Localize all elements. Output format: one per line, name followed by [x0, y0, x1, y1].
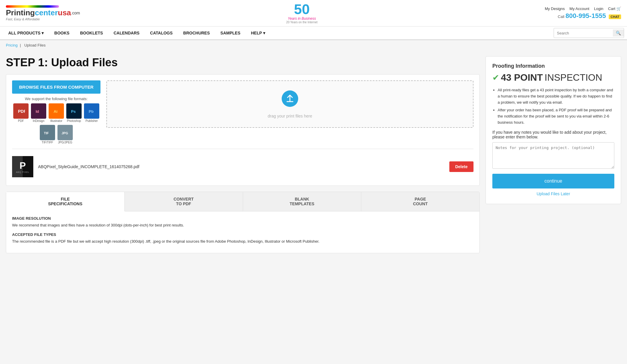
tab-content: IMAGE RESOLUTION We recommend that image…	[6, 211, 479, 253]
nav-booklets[interactable]: BOOKLETS	[75, 27, 108, 39]
center-badge: 50 Years in Business 20 Years on the Int…	[286, 2, 317, 24]
svg-text:Pb: Pb	[89, 109, 94, 114]
tab-file-specifications[interactable]: FILESPECIFICATIONS	[6, 192, 125, 211]
side-column: Proofing Information ✔ 43 POINT INSPECTI…	[486, 56, 621, 204]
logo-com: .com	[71, 11, 80, 15]
logo-center: center	[35, 8, 58, 17]
notes-intro: If you have any notes you would like to …	[492, 130, 614, 139]
nav-all-products[interactable]: ALL PRODUCTS ▾	[3, 27, 49, 39]
tab-convert-to-pdf[interactable]: CONVERTTO PDF	[125, 192, 243, 211]
breadcrumb-pricing[interactable]: Pricing	[6, 43, 18, 47]
svg-text:Ps: Ps	[71, 109, 76, 114]
breadcrumb: Pricing | Upload Files	[0, 40, 627, 50]
file-icons: PDF PDF Id InDesign Ai	[12, 103, 100, 144]
bullet-list: All print-ready files get a 43 point ins…	[492, 87, 614, 126]
page-title: STEP 1: Upload Files	[6, 56, 480, 69]
section1-text: We recommend that images and files have …	[12, 222, 473, 228]
nav-samples[interactable]: SAMPLES	[215, 27, 246, 39]
tab-page-count[interactable]: PAGECOUNT	[361, 192, 479, 211]
my-designs-link[interactable]: My Designs	[545, 6, 565, 11]
inspection-number: 43 POINT	[501, 72, 543, 83]
browse-files-button[interactable]: BROWSE FILES FROM COMPUTER	[12, 80, 100, 94]
nav-catalogs[interactable]: CATALOGS	[145, 27, 178, 39]
search-input[interactable]	[554, 30, 613, 37]
cart-link[interactable]: Cart 🛒	[608, 6, 621, 11]
logo: Printing center usa .com Fast, Easy & Af…	[6, 4, 59, 22]
breadcrumb-separator: |	[20, 43, 21, 47]
search-bar: 🔍	[554, 28, 624, 38]
check-icon: ✔	[492, 73, 499, 82]
proofing-panel: Proofing Information ✔ 43 POINT INSPECTI…	[486, 56, 621, 204]
icon-publisher: Pb Publisher	[84, 103, 99, 123]
upload-divider	[12, 149, 473, 149]
upload-top: BROWSE FILES FROM COMPUTER We support th…	[12, 80, 473, 144]
upload-icon	[281, 90, 299, 111]
section2-text: The recommended file is a PDF file but w…	[12, 239, 473, 244]
drop-zone[interactable]: drag your print files here	[106, 80, 473, 128]
icon-indesign: Id InDesign	[31, 103, 46, 123]
chat-badge[interactable]: CHAT	[609, 14, 621, 19]
logo-rainbow	[6, 5, 59, 8]
nav-help[interactable]: HELP ▾	[246, 27, 270, 39]
top-right: My Designs My Account Login Cart 🛒 Call …	[545, 6, 621, 20]
notes-textarea[interactable]	[492, 142, 614, 169]
badge-50: 50	[286, 2, 317, 16]
file-name: ABQPixel_StyleGuide_INCOMPLETE_161407526…	[38, 164, 445, 169]
top-bar: Printing center usa .com Fast, Easy & Af…	[0, 0, 627, 27]
bullet-item: After your order has been placed, a PDF …	[498, 107, 614, 125]
svg-text:TIF: TIF	[44, 131, 49, 135]
tab-blank-templates[interactable]: BLANKTEMPLATES	[243, 192, 362, 211]
page-content: STEP 1: Upload Files BROWSE FILES FROM C…	[0, 50, 627, 259]
nav-books[interactable]: BOOKS	[49, 27, 75, 39]
search-button[interactable]: 🔍	[613, 29, 624, 37]
file-row: P ABQ PIXEL ABQPixel_StyleGuide_INCOMPLE…	[12, 154, 473, 180]
upload-left: BROWSE FILES FROM COMPUTER We support th…	[12, 80, 100, 144]
badge-years: Years in Business	[286, 16, 317, 21]
tabs-section: FILESPECIFICATIONS CONVERTTO PDF BLANKTE…	[6, 192, 480, 253]
delete-button[interactable]: Delete	[449, 161, 473, 172]
icon-jpeg: JPG JPG/JPEG	[57, 125, 73, 144]
icon-photoshop: Ps Photoshop	[66, 103, 82, 123]
my-account-link[interactable]: My Account	[570, 6, 589, 11]
badge-internet: 20 Years on the Internet	[286, 21, 317, 24]
icon-tiff: TIF TIF/TIFF	[40, 125, 55, 144]
top-links: My Designs My Account Login Cart 🛒	[545, 6, 621, 11]
section1-title: IMAGE RESOLUTION	[12, 216, 473, 221]
section2-title: ACCEPTED FILE TYPES	[12, 232, 473, 237]
icon-pdf: PDF PDF	[13, 103, 29, 123]
svg-text:Id: Id	[36, 109, 39, 114]
supported-label: We support the following file formats:	[12, 97, 100, 101]
upload-later-link[interactable]: Upload Files Later	[492, 191, 614, 196]
phone-label: Call	[558, 14, 564, 19]
logo-area: Printing center usa .com Fast, Easy & Af…	[6, 4, 59, 22]
svg-text:JPG: JPG	[62, 131, 68, 135]
drop-text: drag your print files here	[268, 114, 312, 118]
nav-brochures[interactable]: BROCHURES	[178, 27, 215, 39]
breadcrumb-current: Upload Files	[24, 43, 45, 47]
upload-box: BROWSE FILES FROM COMPUTER We support th…	[6, 74, 480, 186]
nav-calendars[interactable]: CALENDARS	[108, 27, 145, 39]
file-thumbnail: P ABQ PIXEL	[12, 156, 33, 177]
main-column: STEP 1: Upload Files BROWSE FILES FROM C…	[6, 56, 480, 253]
phone-number: 800-995-1555	[565, 12, 606, 19]
tabs-header: FILESPECIFICATIONS CONVERTTO PDF BLANKTE…	[6, 192, 479, 211]
continue-button[interactable]: continue	[492, 174, 614, 188]
logo-tagline: Fast, Easy & Affordable	[6, 17, 40, 21]
proofing-title: Proofing Information	[492, 63, 614, 69]
phone-row: Call 800-995-1555 CHAT	[545, 12, 621, 20]
svg-text:Ai: Ai	[54, 109, 57, 114]
login-link[interactable]: Login	[594, 6, 603, 11]
inspection-line: ✔ 43 POINT INSPECTION	[492, 72, 614, 83]
logo-printing: Printing	[6, 8, 35, 17]
main-nav: ALL PRODUCTS ▾ BOOKS BOOKLETS CALENDARS …	[0, 27, 627, 40]
icon-illustrator: Ai Illustrator	[49, 103, 64, 123]
inspection-word: INSPECTION	[544, 72, 602, 83]
svg-text:PDF: PDF	[18, 109, 25, 114]
bullet-item: All print-ready files get a 43 point ins…	[498, 87, 614, 105]
logo-usa: usa	[58, 8, 71, 17]
